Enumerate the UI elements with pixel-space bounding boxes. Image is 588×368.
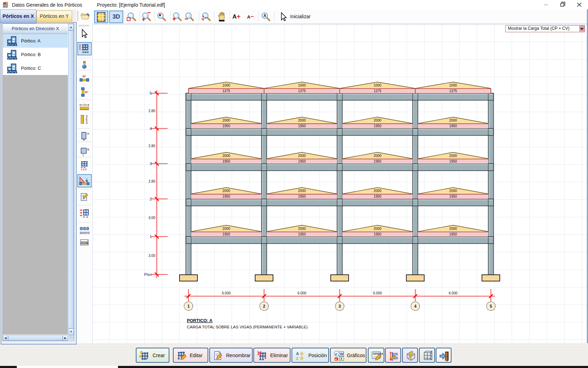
svg-text:L: L (84, 103, 86, 106)
svg-text:1000: 1000 (298, 83, 306, 87)
svg-text:2000: 2000 (449, 227, 457, 231)
svg-text:2000: 2000 (373, 118, 382, 122)
svg-text:2: 2 (263, 304, 265, 309)
svg-text:B: B (83, 138, 85, 141)
svg-text:2000: 2000 (222, 189, 230, 193)
svg-text:A: A (296, 352, 299, 356)
svg-text:T: T (82, 154, 84, 157)
svg-text:1950: 1950 (298, 124, 306, 128)
svg-text:2000: 2000 (298, 227, 306, 231)
svg-text:1950: 1950 (373, 195, 382, 198)
svg-text:1950: 1950 (222, 232, 230, 236)
svg-text:Z: Z (296, 356, 299, 361)
svg-text:GENERA: GENERA (373, 353, 383, 355)
svg-text:L: L (86, 118, 88, 121)
svg-text:2000: 2000 (449, 189, 457, 193)
svg-text:2000: 2000 (222, 118, 230, 122)
svg-text:e: e (335, 351, 337, 356)
svg-text:N: N (83, 61, 85, 64)
svg-text:1950: 1950 (373, 232, 382, 236)
svg-text:W: W (340, 352, 344, 356)
svg-text:CARGA TOTAL SOBRE LAS VIGAS (P: CARGA TOTAL SOBRE LAS VIGAS (PERMANENTE … (187, 325, 308, 329)
svg-text:3: 3 (149, 162, 152, 166)
svg-text:1000: 1000 (222, 83, 230, 87)
svg-text:1950: 1950 (298, 159, 306, 163)
svg-text:1950: 1950 (222, 159, 230, 163)
svg-text:3.00: 3.00 (148, 216, 155, 220)
svg-text:1950: 1950 (449, 232, 457, 236)
svg-text:PORTICO: A: PORTICO: A (187, 318, 212, 323)
svg-text:1950: 1950 (449, 124, 457, 128)
svg-text:1950: 1950 (222, 124, 230, 128)
svg-text:3: 3 (338, 304, 341, 309)
svg-text:2000: 2000 (222, 154, 230, 158)
svg-text:3.00: 3.00 (148, 254, 155, 258)
svg-text:2000: 2000 (373, 189, 382, 193)
svg-text:2000: 2000 (298, 154, 306, 158)
svg-text:1950: 1950 (373, 159, 382, 163)
svg-text:2000: 2000 (373, 227, 382, 231)
svg-text:1 2 3: 1 2 3 (81, 168, 86, 171)
svg-text:2000: 2000 (298, 118, 306, 122)
svg-text:B: B (87, 148, 89, 151)
svg-text:1: 1 (187, 304, 190, 309)
svg-text:6.000: 6.000 (298, 291, 306, 295)
svg-text:1950: 1950 (449, 159, 457, 163)
svg-text:1375: 1375 (449, 89, 457, 93)
svg-text:A: A (264, 14, 266, 18)
svg-text:1950: 1950 (449, 195, 457, 198)
svg-text:H: H (87, 132, 89, 135)
svg-text:2.80: 2.80 (148, 109, 155, 113)
svg-text:1375: 1375 (298, 89, 306, 93)
svg-text:2000: 2000 (449, 154, 457, 158)
svg-text:Piso: Piso (144, 272, 152, 277)
svg-text:1: 1 (149, 234, 152, 239)
svg-text:X: X (340, 357, 343, 361)
svg-text:2.80: 2.80 (148, 179, 155, 183)
svg-text:N°: N° (83, 75, 86, 78)
svg-text:6.000: 6.000 (373, 291, 382, 295)
svg-text:1000: 1000 (449, 83, 457, 87)
svg-text:2000: 2000 (298, 189, 306, 193)
svg-text:1950: 1950 (373, 124, 382, 128)
svg-text:5: 5 (490, 304, 492, 309)
svg-text:5: 5 (149, 91, 152, 95)
svg-text:2: 2 (149, 197, 152, 201)
svg-text:6.000: 6.000 (449, 291, 457, 295)
svg-text:1950: 1950 (298, 195, 306, 198)
svg-text:N°: N° (85, 90, 88, 94)
svg-text:2.80: 2.80 (148, 144, 155, 148)
svg-text:2000: 2000 (449, 118, 457, 122)
svg-text:4: 4 (149, 127, 152, 131)
svg-text:1375: 1375 (222, 89, 230, 93)
svg-text:1950: 1950 (298, 232, 306, 236)
svg-text:1000: 1000 (373, 83, 382, 87)
svg-text:4: 4 (414, 304, 416, 309)
svg-text:1U=2V=3U: 1U=2V=3U (80, 231, 90, 234)
svg-text:A: A (335, 358, 337, 361)
svg-text:6.000: 6.000 (222, 291, 231, 295)
svg-text:1950: 1950 (222, 195, 230, 198)
svg-text:2000: 2000 (373, 154, 382, 158)
svg-text:1375: 1375 (373, 89, 382, 93)
svg-text:2000: 2000 (222, 227, 230, 231)
